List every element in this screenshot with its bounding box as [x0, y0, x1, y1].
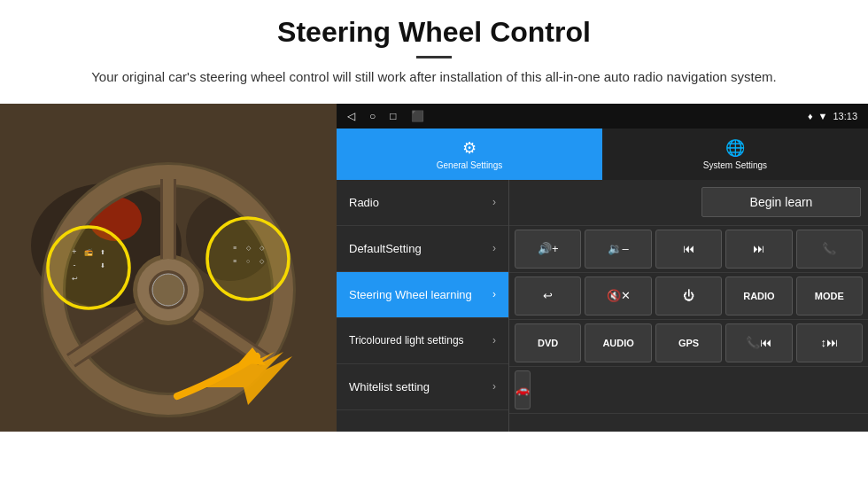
mute-icon: 🔇✕ [607, 289, 631, 302]
nav-icons: ◁ ○ □ ⬛ [347, 110, 424, 122]
phone-icon: 📞 [822, 242, 836, 255]
chevron-icon-default: › [492, 242, 496, 254]
menu-item-tricoloured[interactable]: Tricoloured light settings › [337, 318, 508, 364]
menu-item-whitelist[interactable]: Whitelist setting › [337, 364, 508, 410]
tab-system-label: System Settings [703, 160, 767, 170]
phone-prev-button[interactable]: 📞⏮ [725, 323, 792, 362]
mode-label: MODE [815, 291, 844, 301]
divider [416, 56, 452, 58]
volume-up-button[interactable]: 🔊+ [515, 230, 581, 269]
audio-label: AUDIO [602, 338, 633, 348]
shuffle-next-icon: ↕⏭ [821, 336, 839, 349]
menu-whitelist-label: Whitelist setting [349, 380, 430, 393]
svg-text:≡: ≡ [233, 245, 236, 251]
device-screen: ◁ ○ □ ⬛ ♦ ▼ 13:13 ⚙ General Settings 🌐 S… [337, 104, 868, 432]
header-section: Steering Wheel Control Your original car… [0, 0, 868, 97]
shuffle-next-button[interactable]: ↕⏭ [796, 323, 863, 362]
menu-steering-label: Steering Wheel learning [349, 288, 472, 301]
gps-button[interactable]: GPS [655, 323, 722, 362]
car-image-panel: + - 📻 ⬆ ⬇ ↩ ≡ ◇ ◇ ≡ ○ ◇ [0, 104, 337, 432]
tab-bar: ⚙ General Settings 🌐 System Settings [337, 129, 868, 180]
begin-learn-row: Begin learn [509, 180, 868, 226]
volume-down-icon: 🔉– [608, 242, 628, 255]
chevron-icon-steering: › [492, 288, 496, 300]
svg-point-16 [48, 227, 129, 308]
mute-button[interactable]: 🔇✕ [585, 277, 651, 316]
radio-button[interactable]: RADIO [725, 277, 792, 316]
status-right: ♦ ▼ 13:13 [808, 111, 857, 121]
steering-wheel-svg: + - 📻 ⬆ ⬇ ↩ ≡ ◇ ◇ ≡ ○ ◇ [0, 104, 337, 432]
control-row-2: ↩ 🔇✕ ⏻ RADIO MODE [509, 273, 868, 320]
car-icon: 🚗 [515, 383, 530, 396]
tab-system[interactable]: 🌐 System Settings [602, 129, 868, 180]
chevron-icon-radio: › [492, 196, 496, 208]
chevron-icon-tricoloured: › [492, 334, 496, 347]
status-bar: ◁ ○ □ ⬛ ♦ ▼ 13:13 [337, 104, 868, 129]
menu-panel: Radio › DefaultSetting › Steering Wheel … [337, 180, 509, 432]
menu-item-default[interactable]: DefaultSetting › [337, 226, 508, 272]
svg-text:-: - [74, 261, 76, 269]
recent-icon[interactable]: □ [390, 110, 396, 122]
svg-text:+: + [72, 247, 76, 256]
phone-button[interactable]: 📞 [796, 230, 863, 269]
prev-track-button[interactable]: ⏮ [655, 230, 722, 269]
volume-down-button[interactable]: 🔉– [585, 230, 651, 269]
menu-radio-label: Radio [349, 196, 379, 209]
next-track-button[interactable]: ⏭ [725, 230, 792, 269]
tab-general[interactable]: ⚙ General Settings [337, 129, 602, 180]
svg-text:⬇: ⬇ [100, 262, 105, 269]
mode-button[interactable]: MODE [796, 277, 863, 316]
svg-text:⬆: ⬆ [100, 249, 105, 255]
phone-prev-icon: 📞⏮ [746, 336, 771, 349]
chevron-icon-whitelist: › [492, 380, 496, 393]
svg-text:📻: 📻 [84, 247, 93, 256]
gear-icon: ⚙ [462, 138, 477, 158]
home-icon[interactable]: ○ [369, 110, 376, 122]
hang-up-icon: ↩ [543, 289, 553, 302]
radio-label: RADIO [743, 291, 774, 301]
subtitle: Your original car's steering wheel contr… [89, 67, 779, 88]
control-row-3: DVD AUDIO GPS 📞⏮ ↕⏭ [509, 320, 868, 367]
volume-up-icon: 🔊+ [538, 242, 559, 255]
car-button[interactable]: 🚗 [515, 370, 531, 409]
control-row-1: 🔊+ 🔉– ⏮ ⏭ 📞 [509, 226, 868, 273]
menu-tricoloured-label: Tricoloured light settings [349, 334, 464, 347]
menu-default-label: DefaultSetting [349, 242, 422, 255]
back-icon[interactable]: ◁ [347, 110, 355, 122]
power-button[interactable]: ⏻ [655, 277, 722, 316]
globe-icon: 🌐 [725, 138, 745, 158]
svg-point-9 [152, 274, 184, 306]
location-icon: ♦ [808, 111, 813, 121]
prev-track-icon: ⏮ [683, 242, 694, 255]
svg-text:○: ○ [246, 258, 250, 264]
tab-general-label: General Settings [437, 160, 503, 170]
gps-label: GPS [678, 338, 699, 348]
wifi-icon: ▼ [818, 111, 828, 121]
content-area: + - 📻 ⬆ ⬇ ↩ ≡ ◇ ◇ ≡ ○ ◇ ◁ ○ [0, 104, 868, 432]
svg-text:≡: ≡ [233, 258, 236, 264]
begin-learn-button[interactable]: Begin learn [701, 187, 861, 217]
control-row-4: 🚗 [509, 367, 868, 414]
menu-item-radio[interactable]: Radio › [337, 180, 508, 226]
screen-content: Radio › DefaultSetting › Steering Wheel … [337, 180, 868, 432]
page-title: Steering Wheel Control [53, 16, 815, 49]
menu-item-steering[interactable]: Steering Wheel learning › [337, 272, 508, 318]
svg-text:↩: ↩ [72, 275, 78, 283]
hang-up-button[interactable]: ↩ [515, 277, 581, 316]
control-panel: Begin learn 🔊+ 🔉– ⏮ ⏭ [509, 180, 868, 432]
dvd-label: DVD [538, 338, 558, 348]
dvd-button[interactable]: DVD [515, 323, 581, 362]
screenshot-icon[interactable]: ⬛ [411, 110, 424, 122]
time-display: 13:13 [833, 111, 857, 121]
next-track-icon: ⏭ [753, 242, 764, 255]
power-icon: ⏻ [683, 289, 694, 302]
audio-button[interactable]: AUDIO [585, 323, 651, 362]
